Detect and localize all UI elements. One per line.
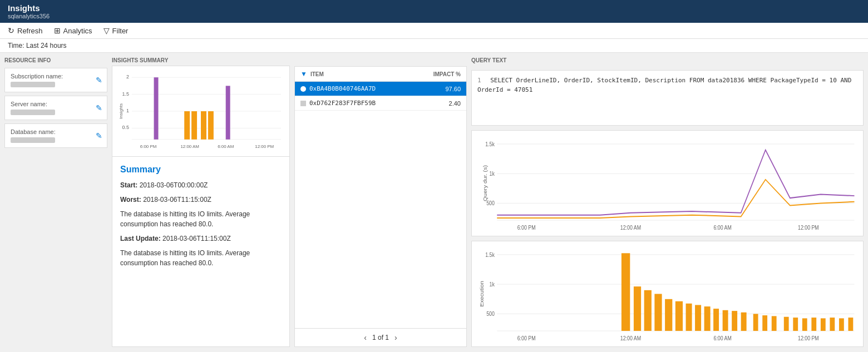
- query-duration-chart: 1.5k 1k 500 Query dur. (s) 6:00 PM 12:00…: [471, 130, 864, 236]
- svg-rect-53: [753, 314, 758, 331]
- subscription-edit-icon[interactable]: ✎: [96, 76, 102, 85]
- resource-info-title: RESOURCE INFO: [4, 57, 107, 63]
- execution-chart-svg: 1.5k 1k 500 Execution: [477, 246, 857, 342]
- svg-rect-15: [226, 86, 230, 139]
- svg-rect-10: [154, 77, 159, 140]
- svg-rect-11: [184, 111, 190, 140]
- filter-icon: ▼: [300, 70, 307, 78]
- main-content: RESOURCE INFO Subscription name: ✎ Serve…: [0, 53, 868, 351]
- svg-text:1.5k: 1.5k: [485, 141, 495, 147]
- svg-rect-62: [839, 318, 844, 331]
- svg-text:6:00 PM: 6:00 PM: [517, 335, 536, 342]
- svg-rect-49: [713, 309, 719, 331]
- item-square-1: [300, 101, 306, 106]
- server-edit-icon[interactable]: ✎: [96, 103, 102, 112]
- summary-title: Summary: [120, 165, 282, 175]
- svg-rect-56: [784, 317, 789, 331]
- next-page-btn[interactable]: ›: [394, 333, 397, 342]
- items-pagination: ‹ 1 of 1 ›: [294, 329, 467, 347]
- last-update-label: Last Update:: [120, 235, 161, 242]
- database-edit-icon[interactable]: ✎: [96, 131, 102, 140]
- summary-text-panel: Summary Start: 2018-03-06T00:00:00Z Wors…: [112, 157, 290, 347]
- analytics-icon: ⊞: [54, 26, 61, 35]
- item-name-0: 0xBA4B0B040746AA7D: [309, 85, 418, 92]
- summary-worst: Worst: 2018-03-06T11:15:00Z: [120, 195, 282, 205]
- svg-rect-58: [802, 318, 807, 331]
- item-row-0[interactable]: 0xBA4B0B040746AA7D 97.60: [295, 82, 466, 96]
- svg-text:Execution: Execution: [479, 281, 485, 307]
- items-table: ▼ ITEM IMPACT % 0xBA4B0B040746AA7D 97.60…: [294, 66, 467, 329]
- worst-value: 2018-03-06T11:15:00Z: [143, 196, 211, 204]
- subscription-label: Subscription name:: [11, 73, 101, 80]
- refresh-label: Refresh: [17, 27, 43, 35]
- svg-rect-51: [732, 311, 737, 331]
- duration-chart-svg: 1.5k 1k 500 Query dur. (s) 6:00 PM 12:00…: [477, 135, 857, 231]
- svg-text:Query dur. (s): Query dur. (s): [482, 165, 487, 201]
- svg-rect-44: [665, 299, 672, 331]
- svg-text:500: 500: [486, 200, 495, 207]
- query-text-content: SELECT OrderLineID, OrderID, StockItemID…: [477, 77, 851, 93]
- subscription-field: Subscription name: ✎: [4, 68, 107, 92]
- col-impact-header: IMPACT %: [422, 71, 461, 77]
- items-panel: ▼ ITEM IMPACT % 0xBA4B0B040746AA7D 97.60…: [294, 57, 467, 347]
- svg-rect-60: [821, 318, 826, 331]
- subscription-value: [11, 82, 55, 87]
- svg-text:12:00 PM: 12:00 PM: [255, 144, 274, 149]
- svg-text:12:00 AM: 12:00 AM: [180, 144, 199, 149]
- svg-rect-43: [654, 294, 662, 331]
- svg-rect-55: [772, 316, 777, 331]
- svg-text:6:00 AM: 6:00 AM: [713, 225, 731, 231]
- insights-summary-panel: INSIGHTS SUMMARY 2 1.5 1 0.5 Insights: [112, 57, 290, 347]
- toolbar: ↻ Refresh ⊞ Analytics ▽ Filter: [0, 23, 868, 39]
- svg-text:2: 2: [126, 74, 129, 80]
- svg-text:1k: 1k: [490, 170, 495, 177]
- svg-rect-63: [848, 318, 853, 331]
- svg-rect-41: [634, 286, 641, 331]
- svg-text:1k: 1k: [490, 281, 495, 287]
- item-dot-0: [300, 86, 306, 92]
- svg-rect-13: [201, 111, 206, 140]
- time-bar: Time: Last 24 hours: [0, 39, 868, 53]
- app-header: Insights sqlanalytics356: [0, 0, 868, 23]
- svg-text:6:00 PM: 6:00 PM: [517, 225, 536, 231]
- summary-desc1: The database is hitting its IO limits. A…: [120, 209, 282, 229]
- filter-button[interactable]: ▽ Filter: [103, 26, 129, 35]
- summary-desc2: The database is hitting its IO limits. A…: [120, 248, 282, 268]
- time-bar-label: Time: Last 24 hours: [8, 42, 67, 49]
- svg-rect-46: [686, 304, 692, 331]
- filter-icon: ▽: [103, 26, 110, 35]
- insights-summary-title: INSIGHTS SUMMARY: [112, 57, 290, 63]
- svg-rect-42: [644, 290, 652, 331]
- refresh-icon: ↻: [8, 26, 14, 35]
- svg-rect-47: [695, 305, 701, 331]
- page-indicator: 1 of 1: [372, 334, 389, 341]
- svg-rect-61: [830, 318, 835, 331]
- svg-text:12:00 PM: 12:00 PM: [798, 225, 819, 231]
- summary-start: Start: 2018-03-06T00:00:00Z: [120, 180, 282, 190]
- execution-chart: 1.5k 1k 500 Execution: [471, 241, 864, 347]
- svg-rect-54: [762, 315, 767, 331]
- svg-text:1: 1: [126, 108, 129, 113]
- svg-rect-57: [793, 318, 798, 331]
- prev-page-btn[interactable]: ‹: [364, 333, 367, 342]
- svg-rect-59: [811, 318, 816, 331]
- resource-info-panel: RESOURCE INFO Subscription name: ✎ Serve…: [4, 57, 107, 347]
- insights-bar-chart: 2 1.5 1 0.5 Insights: [118, 72, 284, 151]
- svg-rect-12: [191, 111, 197, 140]
- app-title: Insights: [8, 3, 860, 13]
- item-row-1[interactable]: 0xD762F283F7FBF59B 2.40: [295, 96, 466, 111]
- svg-rect-50: [723, 310, 728, 331]
- item-impact-1: 2.40: [422, 100, 461, 107]
- svg-text:12:00 AM: 12:00 AM: [620, 225, 641, 231]
- start-value: 2018-03-06T00:00:00Z: [140, 181, 208, 189]
- svg-text:1.5k: 1.5k: [485, 251, 495, 258]
- refresh-button[interactable]: ↻ Refresh: [8, 26, 43, 35]
- analytics-button[interactable]: ⊞ Analytics: [54, 26, 92, 35]
- query-panel: QUERY TEXT 1 SELECT OrderLineID, OrderID…: [471, 57, 864, 347]
- item-name-1: 0xD762F283F7FBF59B: [309, 100, 418, 107]
- svg-text:6:00 PM: 6:00 PM: [140, 144, 157, 149]
- svg-text:6:00 AM: 6:00 AM: [713, 335, 731, 342]
- svg-text:Insights: Insights: [119, 103, 124, 119]
- query-text-box: 1 SELECT OrderLineID, OrderID, StockItem…: [471, 70, 864, 126]
- svg-text:12:00 AM: 12:00 AM: [620, 335, 641, 342]
